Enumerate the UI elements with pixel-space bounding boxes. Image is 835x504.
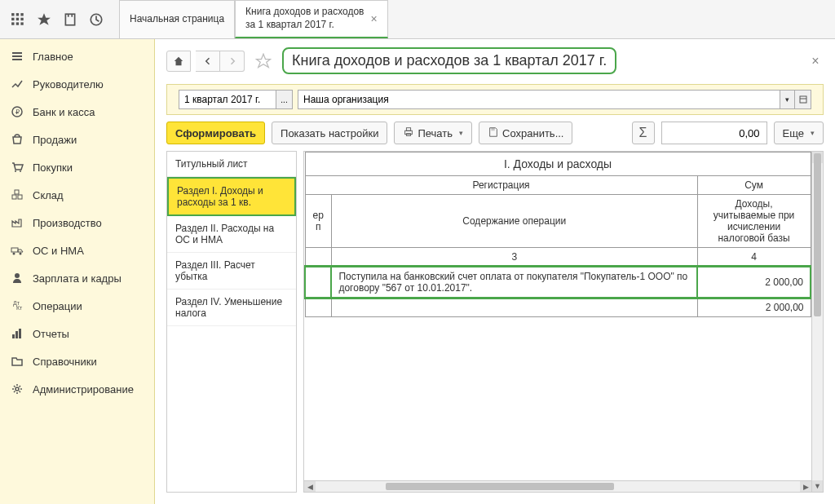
section-assets[interactable]: Раздел II. Расходы на ОС и НМА bbox=[167, 216, 296, 253]
sidebar-item-label: Склад bbox=[33, 189, 64, 201]
section-title-page[interactable]: Титульный лист bbox=[167, 152, 296, 177]
sidebar-item-sales[interactable]: Продажи bbox=[0, 126, 154, 153]
svg-rect-5 bbox=[20, 17, 23, 20]
sidebar-item-purchases[interactable]: Покупки bbox=[0, 153, 154, 181]
sidebar-item-manager[interactable]: Руководителю bbox=[0, 70, 154, 98]
more-button[interactable]: Еще▾ bbox=[774, 122, 824, 144]
amount-cell: 2 000,00 bbox=[697, 267, 811, 298]
history-icon[interactable] bbox=[85, 8, 108, 31]
disk-icon bbox=[488, 126, 499, 140]
sidebar-item-assets[interactable]: ОС и НМА bbox=[0, 237, 154, 264]
tabs: Начальная страница Книга доходов и расхо… bbox=[119, 0, 388, 38]
period-picker-button[interactable]: ... bbox=[276, 90, 293, 109]
sidebar: Главное Руководителю ₽Банк и касса Прода… bbox=[0, 39, 155, 504]
sidebar-item-operations[interactable]: ДтКтОперации bbox=[0, 292, 154, 320]
home-button[interactable] bbox=[166, 51, 191, 72]
bar-chart-icon bbox=[8, 326, 26, 341]
scroll-down-icon[interactable]: ▼ bbox=[812, 480, 823, 492]
sidebar-item-bank[interactable]: ₽Банк и касса bbox=[0, 98, 154, 126]
page-title: Книга доходов и расходов за 1 квартал 20… bbox=[282, 47, 616, 74]
svg-rect-28 bbox=[800, 96, 806, 103]
boxes-icon bbox=[8, 188, 26, 202]
period-input[interactable] bbox=[179, 90, 276, 109]
settings-button[interactable]: Показать настройки bbox=[272, 122, 387, 144]
top-icon-group bbox=[0, 0, 114, 38]
content-area: Книга доходов и расходов за 1 квартал 20… bbox=[155, 39, 835, 504]
svg-point-20 bbox=[20, 253, 22, 255]
scrollbar-vertical[interactable]: ▲ ▼ bbox=[811, 152, 823, 492]
scroll-left-icon[interactable]: ◀ bbox=[304, 481, 316, 492]
sidebar-item-reports[interactable]: Отчеты bbox=[0, 320, 154, 347]
tab-report[interactable]: Книга доходов и расходов за 1 квартал 20… bbox=[235, 0, 388, 38]
sum-button[interactable]: Σ bbox=[632, 122, 655, 144]
org-open-button[interactable] bbox=[795, 90, 811, 109]
sections-panel: Титульный лист Раздел I. Доходы и расход… bbox=[166, 151, 297, 493]
operations-icon: ДтКт bbox=[8, 298, 26, 313]
org-selector: ▾ bbox=[298, 90, 811, 109]
form-button[interactable]: Сформировать bbox=[166, 122, 265, 144]
favorite-icon[interactable] bbox=[253, 51, 274, 72]
sidebar-item-main[interactable]: Главное bbox=[0, 42, 154, 70]
col-income: Доходы, учитываемые при исчислении налог… bbox=[697, 195, 811, 248]
print-button[interactable]: Печать▾ bbox=[394, 122, 472, 144]
sidebar-item-salary[interactable]: Зарплата и кадры bbox=[0, 264, 154, 292]
truck-icon bbox=[8, 243, 26, 258]
section-tax-reduction[interactable]: Раздел IV. Уменьшение налога bbox=[167, 290, 296, 326]
apps-icon[interactable] bbox=[7, 8, 29, 31]
sidebar-item-admin[interactable]: Администрирование bbox=[0, 375, 154, 403]
sidebar-item-catalogs[interactable]: Справочники bbox=[0, 347, 154, 375]
report-area: Титульный лист Раздел I. Доходы и расход… bbox=[155, 151, 835, 504]
sidebar-item-label: Операции bbox=[33, 300, 82, 312]
section-income-expense[interactable]: Раздел I. Доходы и расходы за 1 кв. bbox=[167, 177, 296, 216]
org-input[interactable] bbox=[298, 90, 780, 109]
col-np: ер п bbox=[305, 195, 331, 248]
sidebar-item-production[interactable]: Производство bbox=[0, 209, 154, 237]
close-icon[interactable]: × bbox=[807, 53, 824, 69]
table-row[interactable]: Поступила на банковский счет оплата от п… bbox=[305, 267, 811, 298]
action-toolbar: Сформировать Показать настройки Печать▾ … bbox=[155, 115, 835, 151]
chevron-down-icon: ▾ bbox=[459, 129, 463, 137]
filter-row: ... ▾ bbox=[166, 84, 824, 115]
svg-point-14 bbox=[20, 170, 21, 172]
svg-rect-25 bbox=[15, 331, 18, 338]
menu-icon bbox=[8, 49, 26, 64]
gear-icon bbox=[8, 382, 26, 396]
tab-label: Начальная страница bbox=[130, 13, 224, 26]
svg-rect-26 bbox=[19, 329, 21, 338]
forward-button[interactable] bbox=[220, 51, 245, 72]
sidebar-item-label: Главное bbox=[33, 51, 73, 63]
save-button[interactable]: Сохранить... bbox=[479, 122, 572, 144]
svg-rect-9 bbox=[65, 14, 74, 25]
tab-label: Книга доходов и расходов за 1 квартал 20… bbox=[245, 6, 364, 31]
cell-empty bbox=[305, 298, 331, 317]
scrollbar-horizontal[interactable]: ◀ ▶ bbox=[304, 480, 811, 492]
svg-rect-1 bbox=[16, 13, 19, 15]
svg-rect-15 bbox=[12, 195, 16, 199]
svg-rect-32 bbox=[491, 127, 494, 130]
tab-close-icon[interactable]: × bbox=[370, 12, 377, 25]
star-icon[interactable] bbox=[33, 8, 55, 31]
section-loss[interactable]: Раздел III. Расчет убытка bbox=[167, 253, 296, 290]
nav-buttons bbox=[196, 51, 245, 72]
scroll-thumb[interactable] bbox=[386, 483, 614, 490]
scroll-thumb[interactable] bbox=[814, 153, 821, 316]
svg-rect-2 bbox=[20, 13, 23, 15]
report-table: I. Доходы и расходы Регистрация Сум ер п… bbox=[304, 152, 811, 317]
scroll-right-icon[interactable]: ▶ bbox=[800, 481, 811, 492]
bag-icon bbox=[8, 132, 26, 147]
svg-rect-3 bbox=[11, 17, 14, 20]
tab-home[interactable]: Начальная страница bbox=[119, 0, 235, 38]
sum-field[interactable] bbox=[661, 122, 767, 144]
svg-text:Кт: Кт bbox=[16, 305, 23, 311]
sidebar-item-label: Справочники bbox=[33, 356, 97, 368]
total-cell: 2 000,00 bbox=[697, 298, 811, 317]
folder-icon bbox=[8, 354, 26, 369]
svg-rect-6 bbox=[11, 22, 14, 24]
person-icon bbox=[8, 271, 26, 285]
clip-icon[interactable] bbox=[59, 8, 82, 31]
back-button[interactable] bbox=[196, 51, 220, 72]
org-dropdown-icon[interactable]: ▾ bbox=[780, 90, 795, 109]
colnum-empty bbox=[305, 248, 331, 267]
sidebar-item-label: Отчеты bbox=[33, 328, 69, 340]
sidebar-item-warehouse[interactable]: Склад bbox=[0, 181, 154, 209]
